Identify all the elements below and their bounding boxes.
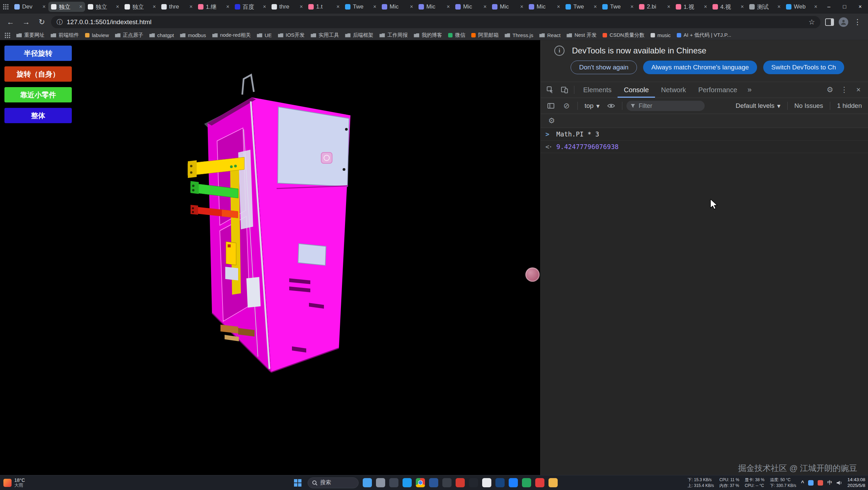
bookmark-item[interactable]: 我的博客 bbox=[414, 32, 442, 38]
console-filter[interactable] bbox=[626, 101, 705, 111]
browser-tab[interactable]: 独立 × bbox=[122, 2, 159, 12]
bookmark-item[interactable]: 正点原子 bbox=[115, 32, 143, 38]
taskbar-search[interactable]: 搜索 bbox=[308, 477, 359, 488]
browser-tab[interactable]: Twe × bbox=[600, 2, 636, 12]
bookmark-item[interactable]: UE bbox=[257, 32, 272, 38]
taskbar-app-icon[interactable] bbox=[403, 478, 412, 487]
window-maximize-button[interactable]: □ bbox=[837, 0, 852, 14]
tab-close-icon[interactable]: × bbox=[43, 4, 46, 10]
devtools-tab[interactable]: Performance bbox=[692, 82, 743, 98]
tab-close-icon[interactable]: × bbox=[79, 4, 82, 10]
tab-close-icon[interactable]: × bbox=[520, 4, 523, 10]
browser-tab[interactable]: Mic × bbox=[453, 2, 489, 12]
tab-close-icon[interactable]: × bbox=[300, 4, 303, 10]
taskbar-app-icon[interactable] bbox=[416, 478, 425, 487]
page-info-icon[interactable]: ⓘ bbox=[56, 18, 63, 26]
ime-indicator[interactable]: 中 bbox=[827, 479, 832, 486]
clear-console-button[interactable]: ⊘ bbox=[560, 100, 573, 112]
tray-expand-icon[interactable]: ^ bbox=[801, 480, 804, 486]
taskbar-app-icon[interactable] bbox=[522, 478, 531, 487]
threejs-canvas[interactable]: 半径旋转 旋转（自身） 靠近小零件 整体 bbox=[0, 40, 540, 475]
devtools-settings-button[interactable]: ⚙ bbox=[823, 84, 837, 96]
browser-tab[interactable]: Mic × bbox=[489, 2, 526, 12]
viewer-button[interactable]: 整体 bbox=[4, 108, 72, 123]
browser-tab[interactable]: Web × bbox=[783, 2, 820, 12]
devtools-tab[interactable]: Elements bbox=[577, 82, 618, 98]
filter-input[interactable] bbox=[638, 102, 701, 110]
tab-close-icon[interactable]: × bbox=[410, 4, 413, 10]
browser-menu-button[interactable]: ⋮ bbox=[851, 16, 864, 29]
taskbar-app-icon[interactable] bbox=[548, 478, 558, 487]
live-expression-button[interactable] bbox=[604, 100, 618, 112]
bookmark-item[interactable]: AI + 低代码 | VTJ.P... bbox=[677, 32, 731, 38]
tab-close-icon[interactable]: × bbox=[704, 4, 707, 10]
taskbar-app-icon[interactable] bbox=[429, 478, 438, 487]
hidden-messages-counter[interactable]: 1 hidden bbox=[834, 102, 865, 110]
bookmark-item[interactable]: 阿里邮箱 bbox=[471, 32, 498, 38]
browser-tab[interactable]: 独立 × bbox=[85, 2, 122, 12]
tab-close-icon[interactable]: × bbox=[116, 4, 119, 10]
devtools-tab[interactable]: Console bbox=[618, 82, 655, 98]
browser-tab[interactable]: Mic × bbox=[379, 2, 416, 12]
forward-button[interactable]: → bbox=[20, 16, 33, 29]
profile-avatar[interactable] bbox=[839, 17, 848, 27]
browser-tab[interactable]: 1.t × bbox=[306, 2, 342, 12]
side-panel-button[interactable] bbox=[823, 16, 836, 29]
browser-tab[interactable]: Twe × bbox=[342, 2, 379, 12]
taskbar-app-icon[interactable] bbox=[442, 478, 452, 487]
tab-close-icon[interactable]: × bbox=[814, 4, 817, 10]
tab-close-icon[interactable]: × bbox=[741, 4, 744, 10]
tab-close-icon[interactable]: × bbox=[447, 4, 450, 10]
browser-tab[interactable]: Dev × bbox=[12, 2, 48, 12]
browser-tab[interactable]: thre × bbox=[159, 2, 195, 12]
bookmark-item[interactable]: 后端框架 bbox=[345, 32, 373, 38]
back-button[interactable]: ← bbox=[4, 16, 17, 29]
tab-close-icon[interactable]: × bbox=[337, 4, 340, 10]
bookmark-item[interactable]: chatgpt bbox=[149, 32, 174, 38]
tab-close-icon[interactable]: × bbox=[153, 4, 156, 10]
tab-close-icon[interactable]: × bbox=[777, 4, 781, 10]
bookmark-item[interactable]: music bbox=[651, 32, 671, 38]
window-minimize-button[interactable]: – bbox=[821, 0, 837, 14]
tab-close-icon[interactable]: × bbox=[557, 4, 560, 10]
more-tabs-button[interactable]: » bbox=[744, 85, 755, 94]
volume-icon[interactable] bbox=[836, 480, 842, 486]
tray-app-icon[interactable] bbox=[808, 480, 814, 486]
console-sidebar-button[interactable] bbox=[544, 100, 558, 112]
switch-language-button[interactable]: Switch DevTools to Ch bbox=[763, 61, 844, 74]
context-selector[interactable]: top ▾ bbox=[582, 102, 602, 110]
start-button[interactable] bbox=[292, 477, 304, 489]
bookmark-item[interactable]: modbus bbox=[180, 32, 206, 38]
apps-grid-icon[interactable] bbox=[5, 33, 10, 38]
browser-tab[interactable]: Mic × bbox=[416, 2, 453, 12]
bookmark-item[interactable]: 实用工具 bbox=[311, 32, 339, 38]
browser-tab[interactable]: 2.bi × bbox=[636, 2, 673, 12]
browser-tab[interactable]: 1.视 × bbox=[673, 2, 710, 12]
reload-button[interactable]: ↻ bbox=[35, 16, 48, 29]
device-toolbar-button[interactable] bbox=[558, 84, 571, 96]
bookmark-star-icon[interactable]: ☆ bbox=[808, 18, 815, 26]
bookmark-item[interactable]: React bbox=[539, 32, 560, 38]
taskbar-clock[interactable]: 14:43:08 2025/5/8 bbox=[847, 477, 865, 488]
browser-tab[interactable]: 4.视 × bbox=[710, 2, 747, 12]
taskbar-app-icon[interactable] bbox=[376, 478, 385, 487]
bookmark-item[interactable]: Nest 开发 bbox=[567, 32, 596, 38]
bookmark-item[interactable]: 前端组件 bbox=[51, 32, 79, 38]
taskbar-app-icon[interactable] bbox=[469, 478, 478, 487]
floating-badge[interactable] bbox=[525, 267, 540, 282]
devtools-menu-button[interactable]: ⋮ bbox=[837, 84, 851, 96]
bookmark-item[interactable]: CSDN质量分数 bbox=[603, 32, 644, 38]
console-result-entry[interactable]: <· 9.42477796076938 bbox=[541, 141, 868, 153]
tab-close-icon[interactable]: × bbox=[190, 4, 193, 10]
taskbar-app-icon[interactable] bbox=[509, 478, 518, 487]
viewer-button[interactable]: 靠近小零件 bbox=[4, 87, 72, 102]
log-levels-selector[interactable]: Default levels ▾ bbox=[733, 102, 783, 110]
window-close-button[interactable]: × bbox=[852, 0, 868, 14]
url-text[interactable]: 127.0.0.1:5501/indextest.html bbox=[67, 18, 804, 26]
tab-close-icon[interactable]: × bbox=[667, 4, 670, 10]
address-bar[interactable]: ⓘ 127.0.0.1:5501/indextest.html ☆ bbox=[51, 16, 820, 28]
browser-tab[interactable]: Twe × bbox=[563, 2, 600, 12]
tab-close-icon[interactable]: × bbox=[484, 4, 487, 10]
tab-close-icon[interactable]: × bbox=[263, 4, 266, 10]
taskbar-app-icon[interactable] bbox=[482, 478, 491, 487]
